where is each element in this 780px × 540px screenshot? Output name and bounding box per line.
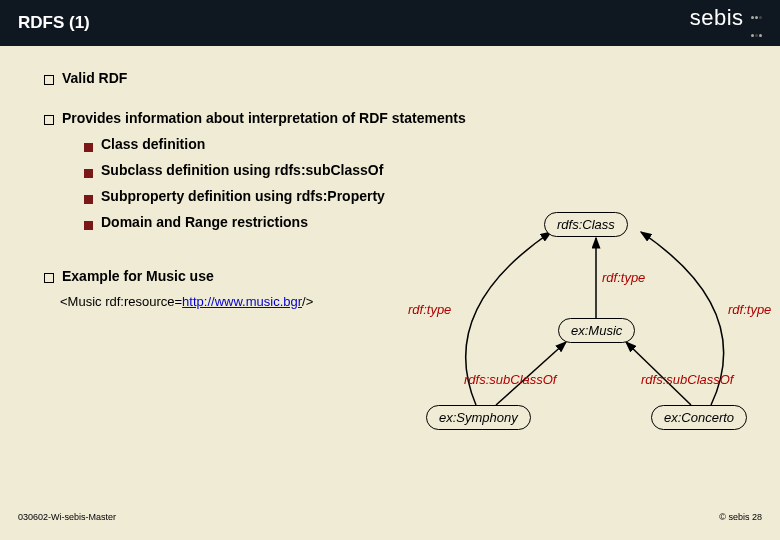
bullet-marker-filled — [84, 169, 93, 178]
bullet-marker-hollow — [44, 75, 54, 85]
slide-header: RDFS (1) sebis — [0, 0, 780, 46]
footer-left: 030602-Wi-sebis-Master — [18, 512, 116, 522]
bullet-marker-filled — [84, 195, 93, 204]
bullet-text: Domain and Range restrictions — [101, 214, 308, 230]
edge-label-subclass: rdfs:subClassOf — [641, 372, 733, 387]
rdfs-diagram: rdfs:Class ex:Music ex:Symphony ex:Conce… — [426, 200, 766, 440]
logo-dots — [750, 5, 762, 41]
resource-link[interactable]: http://www.music.bgr — [182, 294, 302, 309]
bullet-marker-hollow — [44, 273, 54, 283]
sebis-logo: sebis — [690, 5, 762, 41]
bullet-text: Example for Music use — [62, 268, 214, 284]
bullet-text: Provides information about interpretatio… — [62, 110, 466, 126]
footer-right: © sebis 28 — [719, 512, 762, 522]
edge-label-type: rdf:type — [728, 302, 771, 317]
bullet-level2: Class definition — [28, 136, 752, 152]
bullet-level1: Valid RDF — [28, 70, 752, 86]
bullet-marker-filled — [84, 143, 93, 152]
node-ex-symphony: ex:Symphony — [426, 405, 531, 430]
node-rdfs-class: rdfs:Class — [544, 212, 628, 237]
bullet-text: Subproperty definition using rdfs:Proper… — [101, 188, 385, 204]
logo-text: sebis — [690, 5, 744, 30]
bullet-level1: Provides information about interpretatio… — [28, 110, 752, 126]
bullet-text: Class definition — [101, 136, 205, 152]
edge-label-subclass: rdfs:subClassOf — [464, 372, 556, 387]
node-ex-music: ex:Music — [558, 318, 635, 343]
bullet-marker-hollow — [44, 115, 54, 125]
bullet-text: Subclass definition using rdfs:subClassO… — [101, 162, 383, 178]
edge-label-type: rdf:type — [602, 270, 645, 285]
edge-label-type: rdf:type — [408, 302, 451, 317]
bullet-text: Valid RDF — [62, 70, 127, 86]
code-prefix: <Music rdf:resource= — [60, 294, 182, 309]
bullet-level2: Subclass definition using rdfs:subClassO… — [28, 162, 752, 178]
node-ex-concerto: ex:Concerto — [651, 405, 747, 430]
bullet-marker-filled — [84, 221, 93, 230]
code-suffix: /> — [302, 294, 313, 309]
slide-title: RDFS (1) — [18, 13, 90, 33]
